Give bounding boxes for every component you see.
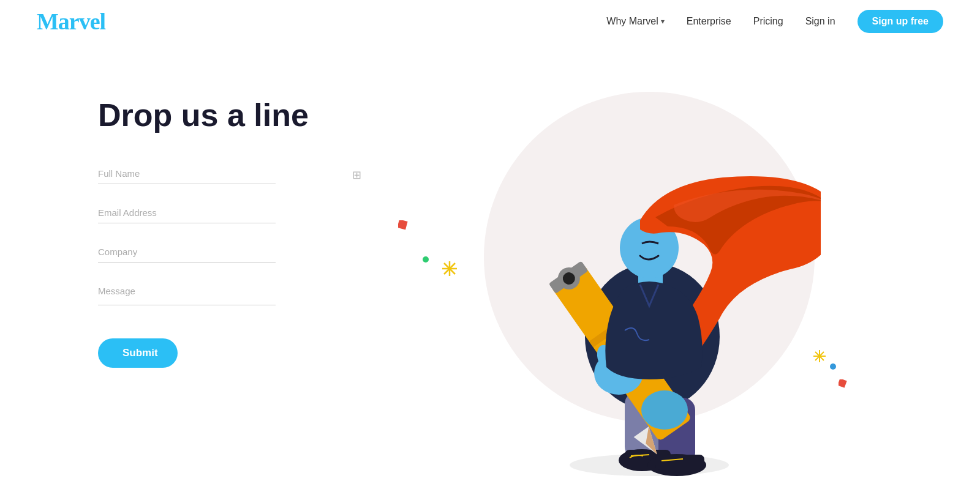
character-illustration [478,98,821,477]
full-name-input[interactable] [98,163,276,184]
svg-rect-11 [839,379,847,388]
full-name-group: ⊞ [98,163,380,184]
message-group [98,281,380,308]
deco-star-1 [441,260,458,280]
contact-form: ⊞ Submit [98,163,380,368]
illustration-side [380,80,919,496]
deco-blue-dot [830,361,836,372]
page-title: Drop us a line [98,98,380,133]
message-input[interactable] [98,281,276,305]
deco-green-dot [423,254,429,265]
autofill-icon: ⊞ [352,168,361,182]
svg-rect-19 [655,455,704,470]
form-side: Drop us a line ⊞ Submit [98,80,380,368]
svg-point-33 [641,390,688,430]
submit-button[interactable]: Submit [98,338,178,368]
company-input[interactable] [98,242,276,263]
email-input[interactable] [98,203,276,223]
email-group [98,203,380,223]
nav-enterprise[interactable]: Enterprise [687,16,731,27]
nav-pricing[interactable]: Pricing [753,16,783,27]
svg-point-1 [423,256,429,263]
deco-red-square-2 [839,379,848,392]
svg-point-10 [830,363,836,370]
nav-links: Why Marvel ▾ Enterprise Pricing Sign in … [606,10,943,33]
logo[interactable]: Marvel [37,8,105,35]
signup-button[interactable]: Sign up free [858,10,943,33]
deco-red-square-1 [398,220,409,234]
deco-star-2 [812,349,827,366]
nav-signin[interactable]: Sign in [805,16,835,27]
main-content: Drop us a line ⊞ Submit [0,43,980,496]
navbar: Marvel Why Marvel ▾ Enterprise Pricing S… [0,0,980,43]
chevron-down-icon: ▾ [661,17,665,26]
company-group [98,242,380,263]
svg-rect-0 [398,220,408,230]
nav-why-marvel[interactable]: Why Marvel ▾ [606,16,664,27]
